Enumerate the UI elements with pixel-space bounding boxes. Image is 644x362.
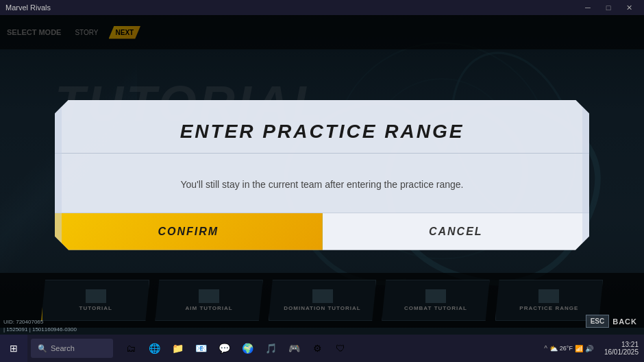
taskbar-app-8[interactable]: 🎮 xyxy=(283,337,305,359)
system-clock[interactable]: 13:21 16/01/2025 xyxy=(599,341,644,356)
window-controls: ─ □ ✕ xyxy=(578,1,639,14)
status-bar: UID: 720407065 | 1525091 | 1501160946-03… xyxy=(3,318,77,333)
status-numbers: | 1525091 | 1501160946-0300 xyxy=(3,326,77,333)
modal-overlay: ENTER PRACTICE RANGE You'll still stay i… xyxy=(0,15,644,335)
esc-button-area[interactable]: ESC BACK xyxy=(586,315,637,328)
modal-side-decoration-left xyxy=(14,100,62,250)
clock-time: 13:21 xyxy=(621,341,639,348)
tray-volume: 🔊 xyxy=(585,345,593,352)
taskbar-app-5[interactable]: 💬 xyxy=(213,337,235,359)
taskbar-app-2[interactable]: 🌐 xyxy=(143,337,165,359)
taskbar-apps: 🗂 🌐 📁 📧 💬 🌍 🎵 🎮 ⚙ 🛡 xyxy=(116,337,538,359)
modal-body: You'll still stay in the current team af… xyxy=(55,154,589,213)
tray-weather-temp: 26°F xyxy=(560,345,573,352)
taskbar-app-3[interactable]: 📁 xyxy=(166,337,188,359)
modal-title: ENTER PRACTICE RANGE xyxy=(82,121,562,143)
taskbar-app-1[interactable]: 🗂 xyxy=(120,337,142,359)
system-tray: ^ ⛅ 26°F 📶 🔊 xyxy=(538,345,599,352)
taskbar-app-10[interactable]: 🛡 xyxy=(330,337,351,359)
taskbar-search-label: Search xyxy=(51,344,75,352)
cancel-button[interactable]: CANCEL xyxy=(323,213,590,250)
windows-taskbar: ⊞ 🔍 Search 🗂 🌐 📁 📧 💬 🌍 🎵 🎮 ⚙ 🛡 ^ ⛅ 26°F … xyxy=(0,335,644,362)
taskbar-app-6[interactable]: 🌍 xyxy=(236,337,258,359)
windows-logo-icon: ⊞ xyxy=(10,343,18,354)
start-button[interactable]: ⊞ xyxy=(0,335,27,362)
confirm-button[interactable]: CONFIRM xyxy=(55,213,323,250)
tray-weather: ⛅ xyxy=(549,345,558,352)
window-title: Marvel Rivals xyxy=(5,3,578,12)
modal-dialog: ENTER PRACTICE RANGE You'll still stay i… xyxy=(55,100,589,250)
modal-message: You'll still stay in the current team af… xyxy=(180,178,463,192)
window-titlebar: Marvel Rivals ─ □ ✕ xyxy=(0,0,644,15)
modal-footer: CONFIRM CANCEL xyxy=(55,213,589,250)
search-icon: 🔍 xyxy=(38,344,47,353)
status-uid: UID: 720407065 xyxy=(3,318,77,326)
maximize-button[interactable]: □ xyxy=(599,1,618,14)
minimize-button[interactable]: ─ xyxy=(578,1,597,14)
esc-key[interactable]: ESC xyxy=(586,315,610,328)
taskbar-app-9[interactable]: ⚙ xyxy=(306,337,328,359)
modal-header: ENTER PRACTICE RANGE xyxy=(55,100,589,154)
taskbar-app-4[interactable]: 📧 xyxy=(190,337,212,359)
taskbar-search-box[interactable]: 🔍 Search xyxy=(31,339,113,358)
tray-network: 📶 xyxy=(575,345,583,352)
close-button[interactable]: ✕ xyxy=(619,1,639,14)
clock-date: 16/01/2025 xyxy=(604,348,639,356)
taskbar-app-7[interactable]: 🎵 xyxy=(260,337,282,359)
tray-icon-1: ^ xyxy=(544,345,547,352)
esc-action-label: BACK xyxy=(612,317,637,326)
modal-side-decoration-right xyxy=(582,100,630,250)
